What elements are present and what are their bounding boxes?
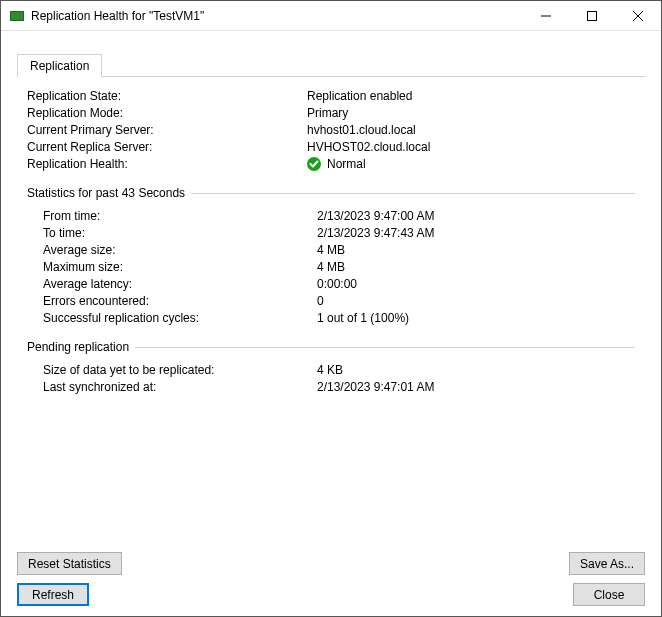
content-area: Replication Replication State: Replicati… <box>1 31 661 552</box>
dialog-window: Replication Health for "TestVM1" Replica… <box>0 0 662 617</box>
value-errors: 0 <box>317 293 324 309</box>
label-to-time: To time: <box>43 225 317 241</box>
close-button[interactable]: Close <box>573 583 645 606</box>
minimize-button[interactable] <box>523 1 569 30</box>
row-avg-latency: Average latency: 0:00:00 <box>43 276 635 292</box>
label-from-time: From time: <box>43 208 317 224</box>
label-replication-state: Replication State: <box>27 88 307 104</box>
row-replication-mode: Replication Mode: Primary <box>27 105 635 121</box>
row-current-primary: Current Primary Server: hvhost01.cloud.l… <box>27 122 635 138</box>
tab-strip: Replication <box>17 53 645 77</box>
value-current-primary: hvhost01.cloud.local <box>307 122 416 138</box>
button-row-1: Reset Statistics Save As... <box>1 552 661 579</box>
row-replication-health: Replication Health: Normal <box>27 156 635 172</box>
reset-statistics-button[interactable]: Reset Statistics <box>17 552 122 575</box>
label-size-remaining: Size of data yet to be replicated: <box>43 362 317 378</box>
value-replication-state: Replication enabled <box>307 88 412 104</box>
health-ok-icon <box>307 157 321 171</box>
group-body-pending: Size of data yet to be replicated: 4 KB … <box>27 362 635 395</box>
spacer <box>130 552 561 575</box>
button-row-2: Refresh Close <box>1 579 661 610</box>
tab-panel-replication: Replication State: Replication enabled R… <box>17 77 645 540</box>
row-replication-state: Replication State: Replication enabled <box>27 88 635 104</box>
row-size-remaining: Size of data yet to be replicated: 4 KB <box>43 362 635 378</box>
row-last-sync: Last synchronized at: 2/13/2023 9:47:01 … <box>43 379 635 395</box>
heading-statistics: Statistics for past 43 Seconds <box>27 186 185 200</box>
row-current-replica: Current Replica Server: HVHOST02.cloud.l… <box>27 139 635 155</box>
value-avg-latency: 0:00:00 <box>317 276 357 292</box>
row-from-time: From time: 2/13/2023 9:47:00 AM <box>43 208 635 224</box>
app-icon <box>9 8 25 24</box>
value-avg-size: 4 MB <box>317 242 345 258</box>
row-success-cycles: Successful replication cycles: 1 out of … <box>43 310 635 326</box>
window-controls <box>523 1 661 30</box>
maximize-button[interactable] <box>569 1 615 30</box>
tab-replication[interactable]: Replication <box>17 54 102 77</box>
row-max-size: Maximum size: 4 MB <box>43 259 635 275</box>
label-avg-latency: Average latency: <box>43 276 317 292</box>
row-errors: Errors encountered: 0 <box>43 293 635 309</box>
value-replication-mode: Primary <box>307 105 348 121</box>
value-size-remaining: 4 KB <box>317 362 343 378</box>
label-errors: Errors encountered: <box>43 293 317 309</box>
label-last-sync: Last synchronized at: <box>43 379 317 395</box>
group-header-pending: Pending replication <box>27 340 635 354</box>
label-replication-health: Replication Health: <box>27 156 307 172</box>
heading-pending: Pending replication <box>27 340 129 354</box>
value-to-time: 2/13/2023 9:47:43 AM <box>317 225 434 241</box>
value-replication-health: Normal <box>307 156 366 172</box>
label-max-size: Maximum size: <box>43 259 317 275</box>
group-header-statistics: Statistics for past 43 Seconds <box>27 186 635 200</box>
value-from-time: 2/13/2023 9:47:00 AM <box>317 208 434 224</box>
close-window-button[interactable] <box>615 1 661 30</box>
label-avg-size: Average size: <box>43 242 317 258</box>
row-to-time: To time: 2/13/2023 9:47:43 AM <box>43 225 635 241</box>
row-avg-size: Average size: 4 MB <box>43 242 635 258</box>
label-current-replica: Current Replica Server: <box>27 139 307 155</box>
save-as-button[interactable]: Save As... <box>569 552 645 575</box>
group-pending: Pending replication Size of data yet to … <box>27 340 635 395</box>
svg-rect-3 <box>588 11 597 20</box>
health-text: Normal <box>327 156 366 172</box>
value-max-size: 4 MB <box>317 259 345 275</box>
group-body-statistics: From time: 2/13/2023 9:47:00 AM To time:… <box>27 208 635 326</box>
divider <box>135 347 635 348</box>
label-current-primary: Current Primary Server: <box>27 122 307 138</box>
label-replication-mode: Replication Mode: <box>27 105 307 121</box>
group-statistics: Statistics for past 43 Seconds From time… <box>27 186 635 326</box>
window-title: Replication Health for "TestVM1" <box>31 9 523 23</box>
bottom-padding <box>1 610 661 616</box>
spacer <box>97 583 565 606</box>
divider <box>191 193 635 194</box>
label-success-cycles: Successful replication cycles: <box>43 310 317 326</box>
value-last-sync: 2/13/2023 9:47:01 AM <box>317 379 434 395</box>
value-success-cycles: 1 out of 1 (100%) <box>317 310 409 326</box>
svg-rect-1 <box>11 12 23 20</box>
value-current-replica: HVHOST02.cloud.local <box>307 139 430 155</box>
refresh-button[interactable]: Refresh <box>17 583 89 606</box>
titlebar: Replication Health for "TestVM1" <box>1 1 661 31</box>
